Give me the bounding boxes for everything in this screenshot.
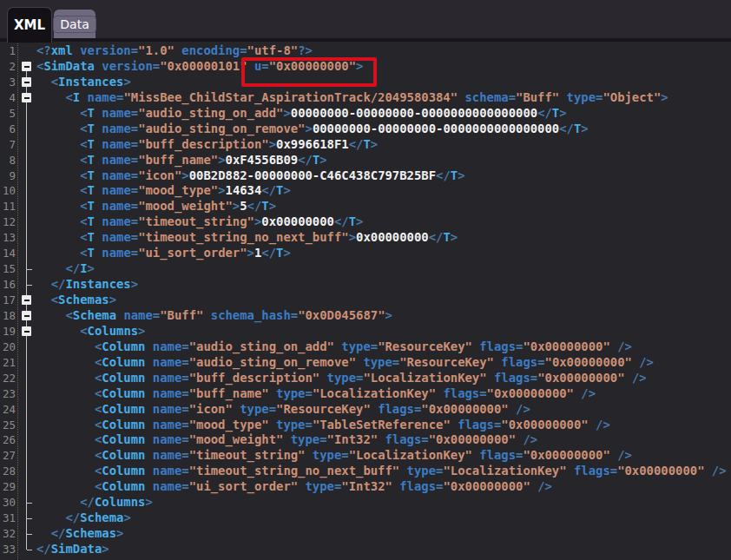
code-line[interactable]: 27 <Column name="timeout_string" type="L… [0,448,731,464]
line-number: 15 [0,261,18,277]
fold-margin [18,137,35,153]
code-line[interactable]: 28 <Column name="timeout_string_no_next_… [0,464,731,479]
code-text[interactable]: <I name="MissBee_ChildStar_AspirationTra… [36,90,668,106]
fold-margin [18,59,35,75]
code-line[interactable]: 24 <Column name="icon" type="ResourceKey… [0,402,731,418]
code-line[interactable]: 14 <T name="ui_sort_order">1</T> [0,246,731,261]
code-line[interactable]: 4 <I name="MissBee_ChildStar_AspirationT… [0,90,731,106]
code-text[interactable]: <T name="mood_weight">5</T> [36,199,276,214]
tab-xml[interactable]: XML [7,7,52,43]
code-line[interactable]: 15 </I> [0,261,731,277]
code-text[interactable]: </Columns> [36,495,153,511]
code-line[interactable]: 20 <Column name="audio_sting_on_add" typ… [0,339,731,355]
code-line[interactable]: 19 <Columns> [0,324,731,339]
code-text[interactable]: <Schema name="Buff" schema_hash="0x0D045… [36,308,392,324]
code-line[interactable]: 13 <T name="timeout_string_no_next_buff"… [0,230,731,246]
fold-margin [18,386,35,402]
fold-margin [18,153,35,168]
fold-margin [18,75,35,90]
code-line[interactable]: 16 </Instances> [0,277,731,293]
code-text[interactable]: </Instances> [36,277,138,293]
code-text[interactable]: </SimData> [36,542,109,557]
code-line[interactable]: 23 <Column name="buff_name" type="Locali… [0,386,731,402]
code-line[interactable]: 18 <Schema name="Buff" schema_hash="0x0D… [0,308,731,324]
code-text[interactable]: <T name="timeout_string_no_next_buff">0x… [36,230,458,246]
fold-collapse-toggle-icon[interactable] [22,93,31,102]
fold-margin [18,542,35,557]
code-line[interactable]: 29 <Column name="ui_sort_order" type="In… [0,479,731,495]
tab-data-label: Data [53,16,95,33]
code-text[interactable]: <Column name="timeout_string_no_next_buf… [36,464,727,479]
line-number: 8 [0,153,18,168]
code-text[interactable]: <Instances> [36,75,131,90]
code-line[interactable]: 5 <T name="audio_sting_on_add">00000000-… [0,106,731,122]
code-text[interactable]: <T name="audio_sting_on_remove">00000000… [36,122,589,137]
code-text[interactable]: <T name="audio_sting_on_add">00000000-00… [36,106,567,122]
code-line[interactable]: 7 <T name="buff_description">0x996618F1<… [0,137,731,153]
code-line[interactable]: 30 </Columns> [0,495,731,511]
fold-margin [18,277,35,293]
code-line[interactable]: 25 <Column name="mood_type" type="TableS… [0,418,731,433]
fold-margin [18,261,35,277]
fold-collapse-toggle-icon[interactable] [22,311,31,320]
code-line[interactable]: 10 <T name="mood_type">14634</T> [0,183,731,199]
line-number: 33 [0,542,18,557]
code-line[interactable]: 9 <T name="icon">00B2D882-00000000-C46C4… [0,168,731,184]
line-number: 27 [0,448,18,464]
code-text[interactable]: <Column name="mood_weight" type="Int32" … [36,432,537,448]
line-number: 22 [0,371,18,386]
code-line[interactable]: 26 <Column name="mood_weight" type="Int3… [0,432,731,448]
code-text[interactable]: <T name="icon">00B2D882-00000000-C46C438… [36,168,465,184]
code-text[interactable]: <Column name="icon" type="ResourceKey" f… [36,402,530,418]
tab-data[interactable]: Data [54,10,95,38]
line-number: 31 [0,511,18,526]
code-line[interactable]: 21 <Column name="audio_sting_on_remove" … [0,355,731,371]
line-number: 10 [0,183,18,199]
fold-margin [18,43,35,59]
code-line[interactable]: 31 </Schema> [0,511,731,526]
line-number: 13 [0,230,18,246]
tab-bar-bottom-edge [0,38,731,42]
code-text[interactable]: </I> [36,261,95,277]
code-text[interactable]: </Schemas> [36,526,123,542]
code-text[interactable]: <Column name="audio_sting_on_remove" typ… [36,355,654,371]
line-number: 9 [0,168,18,184]
line-number: 25 [0,418,18,433]
code-text[interactable]: <Columns> [36,324,145,339]
code-line[interactable]: 17 <Schemas> [0,293,731,308]
code-text[interactable]: <Schemas> [36,293,116,308]
code-text[interactable]: <Column name="timeout_string" type="Loca… [36,448,632,464]
code-text[interactable]: <Column name="buff_name" type="Localizat… [36,386,596,402]
code-text[interactable]: <T name="buff_description">0x996618F1</T… [36,137,378,153]
line-number: 2 [0,59,18,75]
code-line[interactable]: 33</SimData> [0,542,731,557]
code-line[interactable]: 6 <T name="audio_sting_on_remove">000000… [0,122,731,137]
line-number: 3 [0,75,18,90]
code-text[interactable]: <T name="buff_name">0xF4556B09</T> [36,153,327,168]
line-number: 11 [0,199,18,214]
line-number: 14 [0,246,18,261]
fold-margin [18,199,35,214]
code-text[interactable]: <Column name="mood_type" type="TableSetR… [36,418,610,433]
line-number: 1 [0,43,18,59]
minus-glyph [24,315,30,317]
code-text[interactable]: <Column name="ui_sort_order" type="Int32… [36,479,552,495]
code-text[interactable]: <T name="mood_type">14634</T> [36,183,291,199]
fold-collapse-toggle-icon[interactable] [22,326,31,336]
code-line[interactable]: 12 <T name="timeout_string">0x00000000</… [0,214,731,230]
code-line[interactable]: 32 </Schemas> [0,526,731,542]
fold-collapse-toggle-icon[interactable] [22,295,31,305]
fold-margin [18,214,35,230]
code-line[interactable]: 8 <T name="buff_name">0xF4556B09</T> [0,153,731,168]
code-line[interactable]: 22 <Column name="buff_description" type=… [0,371,731,386]
tab-bar: Data XML [0,0,731,42]
fold-collapse-toggle-icon[interactable] [22,62,31,71]
fold-collapse-toggle-icon[interactable] [22,77,31,87]
code-text[interactable]: <T name="ui_sort_order">1</T> [36,246,291,261]
code-line[interactable]: 11 <T name="mood_weight">5</T> [0,199,731,214]
code-text[interactable]: </Schema> [36,511,131,526]
code-text[interactable]: <T name="timeout_string">0x00000000</T> [36,214,363,230]
code-text[interactable]: <Column name="buff_description" type="Lo… [36,371,647,386]
code-text[interactable]: <Column name="audio_sting_on_add" type="… [36,339,632,355]
code-editor[interactable]: 1<?xml version="1.0" encoding="utf-8"?>2… [0,42,731,560]
